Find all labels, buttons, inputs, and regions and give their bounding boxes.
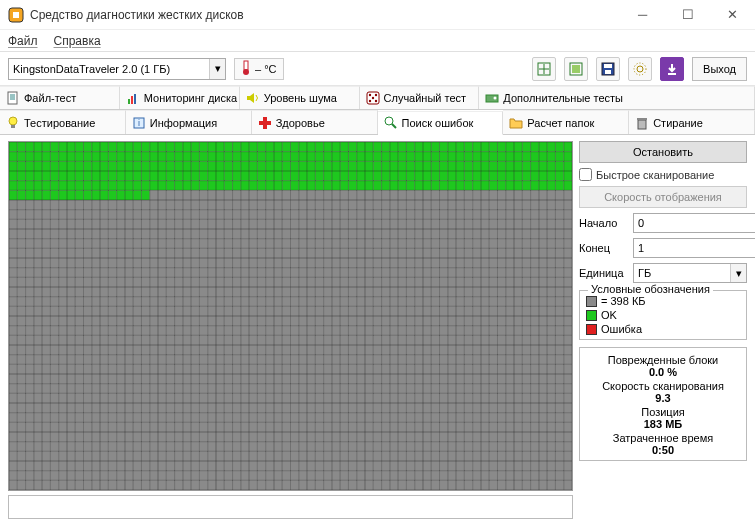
tab-health[interactable]: Здоровье bbox=[252, 110, 378, 134]
svg-rect-8 bbox=[604, 64, 612, 68]
svg-point-32 bbox=[385, 117, 393, 125]
tab-noise[interactable]: Уровень шума bbox=[240, 86, 360, 109]
start-label: Начало bbox=[579, 217, 629, 229]
legend-ok-swatch bbox=[586, 310, 597, 321]
exit-button[interactable]: Выход bbox=[692, 57, 747, 81]
svg-point-26 bbox=[9, 117, 17, 125]
content: Остановить Быстрое сканирование Скорость… bbox=[0, 135, 755, 522]
svg-point-3 bbox=[243, 69, 249, 75]
svg-point-10 bbox=[637, 66, 643, 72]
file-icon bbox=[6, 91, 20, 105]
window-controls: ─ ☐ ✕ bbox=[620, 0, 755, 30]
svg-line-33 bbox=[392, 124, 396, 128]
trash-icon bbox=[635, 116, 649, 130]
refresh-rate-button: Скорость отображения bbox=[579, 186, 747, 208]
speaker-icon bbox=[246, 91, 260, 105]
stop-button[interactable]: Остановить bbox=[579, 141, 747, 163]
close-button[interactable]: ✕ bbox=[710, 0, 755, 30]
cross-icon bbox=[258, 116, 272, 130]
drive-selected-label: KingstonDataTraveler 2.0 (1 ГБ) bbox=[13, 63, 209, 75]
thermometer-icon bbox=[241, 60, 251, 78]
tabs-row1: Файл-тест Мониторинг диска Уровень шума … bbox=[0, 86, 755, 110]
svg-rect-9 bbox=[605, 70, 611, 74]
temperature-display: – °C bbox=[234, 58, 284, 80]
unit-select[interactable]: ГБ▾ bbox=[633, 263, 747, 283]
toolbar-btn-2[interactable] bbox=[564, 57, 588, 81]
magnifier-icon bbox=[384, 116, 398, 130]
drive-icon bbox=[485, 91, 499, 105]
start-input[interactable]: ▲▼ bbox=[633, 213, 755, 233]
drive-selector[interactable]: KingstonDataTraveler 2.0 (1 ГБ) ▾ bbox=[8, 58, 226, 80]
legend-title: Условные обозначения bbox=[588, 283, 713, 295]
svg-point-25 bbox=[494, 97, 497, 100]
bulb-icon bbox=[6, 116, 20, 130]
svg-rect-13 bbox=[8, 92, 17, 104]
right-pane: Остановить Быстрое сканирование Скорость… bbox=[579, 141, 747, 519]
svg-point-19 bbox=[368, 94, 370, 96]
tab-erase[interactable]: Стирание bbox=[629, 110, 755, 134]
svg-text:i: i bbox=[138, 118, 140, 128]
svg-rect-27 bbox=[11, 125, 15, 128]
tab-disk-monitor[interactable]: Мониторинг диска bbox=[120, 86, 240, 109]
svg-marker-17 bbox=[247, 93, 254, 103]
svg-rect-15 bbox=[131, 96, 133, 104]
svg-rect-1 bbox=[13, 12, 19, 18]
gear-icon[interactable] bbox=[628, 57, 652, 81]
unit-label: Единица bbox=[579, 267, 629, 279]
end-label: Конец bbox=[579, 242, 629, 254]
svg-rect-16 bbox=[134, 94, 136, 104]
end-input[interactable]: ▲▼ bbox=[633, 238, 755, 258]
chart-icon bbox=[126, 91, 140, 105]
svg-rect-31 bbox=[259, 121, 271, 125]
window-title: Средство диагностики жестких дисков bbox=[30, 8, 620, 22]
legend-box: Условные обозначения = 398 КБ OK Ошибка bbox=[579, 290, 747, 340]
svg-rect-14 bbox=[128, 99, 130, 104]
tabs-row2: Тестирование iИнформация Здоровье Поиск … bbox=[0, 110, 755, 135]
tab-extra-tests[interactable]: Дополнительные тесты bbox=[479, 86, 755, 109]
menu-file[interactable]: Файл bbox=[8, 34, 38, 48]
svg-rect-6 bbox=[572, 65, 580, 73]
legend-error-swatch bbox=[586, 324, 597, 335]
legend-block-swatch bbox=[586, 296, 597, 307]
temperature-value: – °C bbox=[255, 63, 277, 75]
log-textarea[interactable] bbox=[8, 495, 573, 519]
svg-rect-35 bbox=[637, 118, 647, 120]
folder-icon bbox=[509, 116, 523, 130]
download-icon[interactable] bbox=[660, 57, 684, 81]
svg-rect-2 bbox=[244, 61, 248, 70]
svg-point-11 bbox=[634, 63, 646, 75]
toolbar: KingstonDataTraveler 2.0 (1 ГБ) ▾ – °C В… bbox=[0, 52, 755, 86]
scan-canvas bbox=[9, 142, 572, 490]
minimize-button[interactable]: ─ bbox=[620, 0, 665, 30]
svg-point-23 bbox=[374, 100, 376, 102]
chevron-down-icon: ▾ bbox=[209, 59, 225, 79]
svg-point-21 bbox=[371, 97, 373, 99]
tab-error-scan[interactable]: Поиск ошибок bbox=[378, 111, 504, 135]
maximize-button[interactable]: ☐ bbox=[665, 0, 710, 30]
menubar: Файл Справка bbox=[0, 30, 755, 52]
stats-box: Поврежденные блоки 0.0 % Скорость сканир… bbox=[579, 347, 747, 461]
tab-file-test[interactable]: Файл-тест bbox=[0, 86, 120, 109]
tab-info[interactable]: iИнформация bbox=[126, 110, 252, 134]
tab-random-test[interactable]: Случайный тест bbox=[360, 86, 480, 109]
left-pane bbox=[8, 141, 573, 519]
info-icon: i bbox=[132, 116, 146, 130]
dice-icon bbox=[366, 91, 380, 105]
svg-rect-34 bbox=[638, 120, 646, 129]
tab-testing[interactable]: Тестирование bbox=[0, 110, 126, 134]
toolbar-btn-1[interactable] bbox=[532, 57, 556, 81]
fast-scan-checkbox[interactable]: Быстрое сканирование bbox=[579, 168, 747, 181]
save-icon[interactable] bbox=[596, 57, 620, 81]
tab-folder-calc[interactable]: Расчет папок bbox=[503, 110, 629, 134]
menu-help[interactable]: Справка bbox=[54, 34, 101, 48]
scan-grid bbox=[8, 141, 573, 491]
titlebar: Средство диагностики жестких дисков ─ ☐ … bbox=[0, 0, 755, 30]
app-icon bbox=[8, 7, 24, 23]
svg-point-22 bbox=[368, 100, 370, 102]
svg-rect-12 bbox=[668, 73, 676, 75]
svg-point-20 bbox=[374, 94, 376, 96]
chevron-down-icon: ▾ bbox=[730, 264, 746, 282]
